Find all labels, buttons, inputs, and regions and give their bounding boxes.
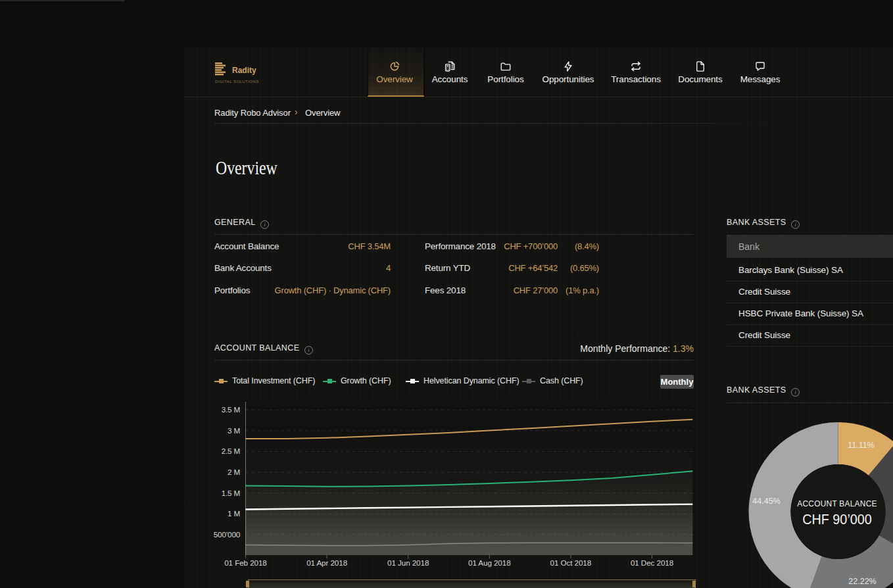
svg-text:11.11%: 11.11% <box>848 441 875 450</box>
svg-text:22.22%: 22.22% <box>848 577 876 586</box>
